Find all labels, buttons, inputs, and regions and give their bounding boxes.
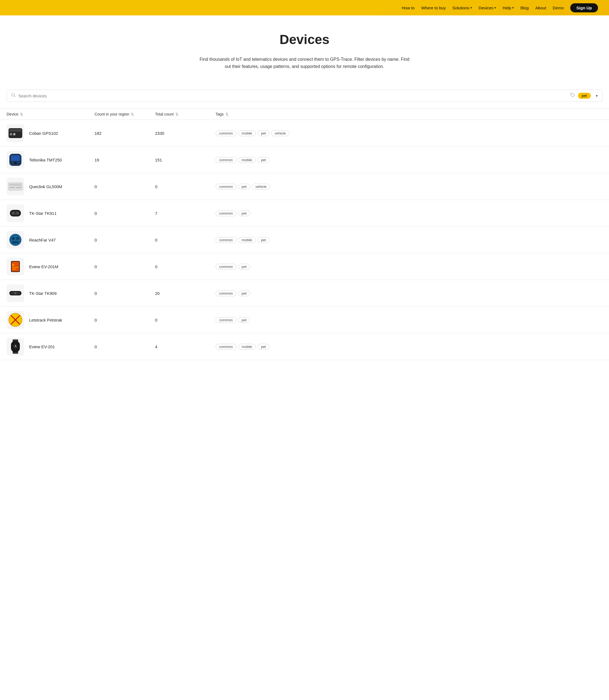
search-bar: pet ▾ xyxy=(6,90,603,102)
svg-point-19 xyxy=(12,237,15,240)
table-row[interactable]: ReachFar V47 0 0 commonmobilepet xyxy=(0,227,609,253)
device-cell: Coban GPS102 xyxy=(6,124,94,142)
device-name: Letstrack Petstrak xyxy=(29,318,62,322)
sort-total-icon[interactable]: ⇅ xyxy=(175,112,178,116)
device-cell: Teltonika TMT250 xyxy=(6,151,94,169)
table-row[interactable]: Eview EV-201M 0 0 commonpet xyxy=(0,253,609,280)
signup-button[interactable]: Sign Up xyxy=(570,3,598,12)
svg-point-16 xyxy=(12,212,14,214)
table-row[interactable]: Letstrack Petstrak 0 0 commonpet xyxy=(0,307,609,334)
devices-table: Device ⇅ Count in your region ⇅ Total co… xyxy=(0,108,609,360)
table-row[interactable]: Coban GPS102 182 2330 commonmobilepetveh… xyxy=(0,120,609,147)
tags-cell: commonmobilepetvehicle xyxy=(215,130,603,136)
total-count: 7 xyxy=(155,211,215,216)
region-count: 0 xyxy=(94,264,155,269)
device-name: Eview EV-201 xyxy=(29,344,55,349)
device-name: Coban GPS102 xyxy=(29,131,58,136)
svg-rect-12 xyxy=(10,187,15,188)
device-image xyxy=(6,231,24,249)
col-tags: Tags ⇅ xyxy=(215,112,603,116)
tag-badge: pet xyxy=(257,130,269,136)
help-chevron-icon: ▾ xyxy=(512,6,514,10)
tag-badge: pet xyxy=(238,317,250,323)
tag-badge: pet xyxy=(238,264,250,270)
region-count: 0 xyxy=(94,184,155,189)
tag-badge: mobile xyxy=(238,157,256,163)
table-row[interactable]: Queclink GL500M 0 0 commonpetvehicle xyxy=(0,173,609,200)
sort-tags-icon[interactable]: ⇅ xyxy=(225,112,228,116)
table-row[interactable]: TK-Star TK911 0 7 commonpet xyxy=(0,200,609,227)
total-count: 0 xyxy=(155,264,215,269)
tags-cell: commonpet xyxy=(215,290,603,296)
device-image xyxy=(6,258,24,275)
svg-rect-6 xyxy=(13,133,15,135)
nav-help[interactable]: Help ▾ xyxy=(503,5,514,10)
device-name: ReachFar V47 xyxy=(29,238,56,242)
navbar: How to Where to buy Solutions ▾ Devices … xyxy=(0,0,609,15)
table-header: Device ⇅ Count in your region ⇅ Total co… xyxy=(0,108,609,120)
tag-badge: vehicle xyxy=(271,130,289,136)
hero-section: Devices Find thousands of IoT and telema… xyxy=(0,15,609,81)
svg-point-9 xyxy=(14,162,17,165)
device-cell: Letstrack Petstrak xyxy=(6,311,94,329)
device-image xyxy=(6,338,24,355)
tags-cell: commonmobilepet xyxy=(215,157,603,163)
svg-rect-5 xyxy=(10,133,12,135)
nav-demo[interactable]: Demo xyxy=(553,5,564,10)
region-count: 0 xyxy=(94,211,155,216)
svg-rect-11 xyxy=(10,184,21,186)
svg-point-20 xyxy=(16,237,19,240)
devices-chevron-icon: ▾ xyxy=(494,6,496,10)
filter-chevron-icon[interactable]: ▾ xyxy=(596,93,598,98)
svg-rect-25 xyxy=(12,267,18,268)
col-region-count: Count in your region ⇅ xyxy=(94,112,155,116)
search-input[interactable] xyxy=(18,93,565,98)
nav-blog[interactable]: Blog xyxy=(520,5,529,10)
tag-badge: pet xyxy=(238,210,250,216)
active-tag-badge[interactable]: pet xyxy=(578,93,591,99)
device-cell: TK-Star TK911 xyxy=(6,204,94,222)
region-count: 182 xyxy=(94,131,155,136)
device-image xyxy=(6,124,24,142)
region-count: 19 xyxy=(94,158,155,162)
tags-cell: commonmobilepet xyxy=(215,237,603,243)
device-cell: Eview EV-201 xyxy=(6,338,94,355)
hero-description: Find thousands of IoT and telematics dev… xyxy=(197,56,412,70)
device-cell: Queclink GL500M xyxy=(6,178,94,195)
sort-region-icon[interactable]: ⇅ xyxy=(131,112,134,116)
svg-point-29 xyxy=(14,292,17,294)
svg-rect-24 xyxy=(12,264,14,266)
tag-badge: pet xyxy=(238,290,250,296)
tag-badge: pet xyxy=(257,344,269,349)
total-count: 0 xyxy=(155,318,215,322)
tag-badge: mobile xyxy=(238,130,256,136)
tag-badge: common xyxy=(215,344,237,349)
nav-devices[interactable]: Devices ▾ xyxy=(479,5,496,10)
total-count: 20 xyxy=(155,291,215,296)
tags-cell: commonpetvehicle xyxy=(215,184,603,189)
svg-point-2 xyxy=(571,94,572,95)
svg-point-17 xyxy=(17,212,19,214)
table-row[interactable]: Eview EV-201 0 4 commonmobilepet xyxy=(0,334,609,360)
table-row[interactable]: Teltonika TMT250 19 151 commonmobilepet xyxy=(0,147,609,173)
tag-badge: mobile xyxy=(238,237,256,243)
tag-badge: pet xyxy=(257,157,269,163)
region-count: 0 xyxy=(94,318,155,322)
device-image xyxy=(6,311,24,329)
nav-about[interactable]: About xyxy=(535,5,546,10)
device-image xyxy=(6,285,24,302)
region-count: 0 xyxy=(94,291,155,296)
nav-where-to-buy[interactable]: Where to buy xyxy=(421,5,446,10)
nav-how-to[interactable]: How to xyxy=(402,5,415,10)
device-name: Eview EV-201M xyxy=(29,264,58,269)
tag-badge: common xyxy=(215,264,237,270)
tags-cell: commonmobilepet xyxy=(215,344,603,349)
sort-device-icon[interactable]: ⇅ xyxy=(20,112,23,116)
table-row[interactable]: TK-Star TK909 0 20 commonpet xyxy=(0,280,609,307)
col-device: Device ⇅ xyxy=(6,112,94,116)
nav-solutions[interactable]: Solutions ▾ xyxy=(452,5,472,10)
page-title: Devices xyxy=(11,32,598,47)
svg-rect-21 xyxy=(12,241,19,243)
region-count: 0 xyxy=(94,238,155,242)
svg-line-1 xyxy=(14,96,15,97)
